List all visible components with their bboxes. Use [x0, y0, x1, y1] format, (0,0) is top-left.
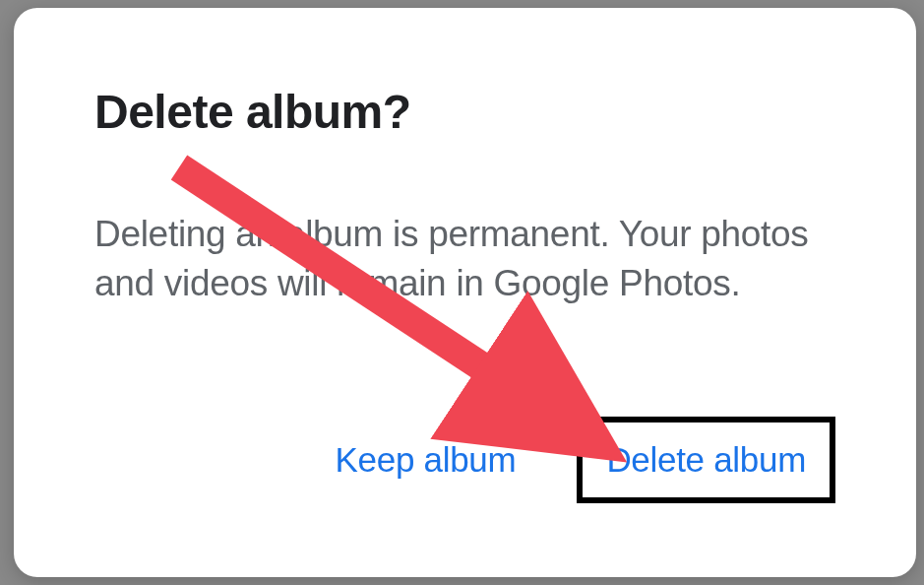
delete-album-button[interactable]: Delete album — [592, 428, 820, 491]
dialog-title: Delete album? — [94, 85, 835, 139]
dialog-actions: Keep album Delete album — [94, 417, 835, 503]
annotation-highlight-box: Delete album — [577, 417, 835, 503]
keep-album-button[interactable]: Keep album — [322, 428, 530, 491]
dialog-body-text: Deleting an album is permanent. Your pho… — [94, 210, 835, 308]
delete-album-dialog: Delete album? Deleting an album is perma… — [14, 8, 916, 577]
